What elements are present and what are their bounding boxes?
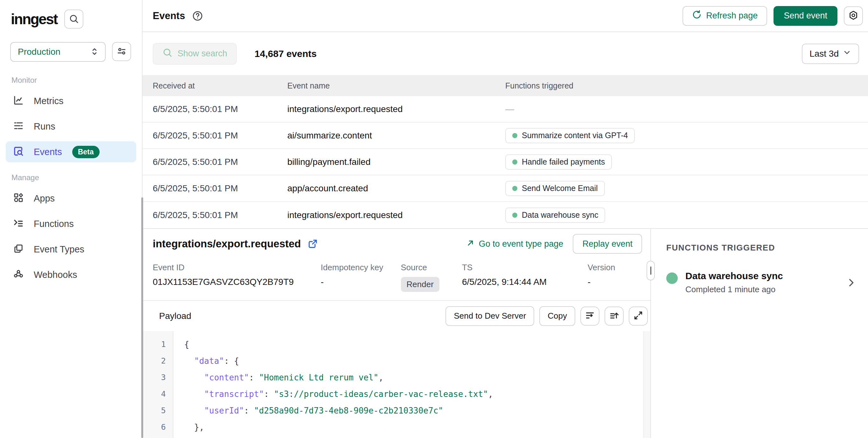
table-row[interactable]: 6/5/2025, 5:50:01 PMintegrations/export.… (143, 96, 868, 122)
payload-code-editor[interactable]: 1234567 { "data": { "content": "Homenick… (143, 331, 650, 438)
meta-event-id: Event ID01JX1153E7GASVZC63QY2B79T9 (153, 263, 321, 292)
app-root: inngest Production MonitorMetricsRunsEve… (0, 0, 868, 438)
line-number: 7 (143, 435, 173, 438)
nav-section-label: Manage (6, 173, 136, 182)
code-scrollbar[interactable] (643, 331, 650, 438)
table-row[interactable]: 6/5/2025, 5:50:01 PMintegrations/export.… (143, 202, 868, 228)
inngest-logo: inngest (11, 10, 57, 28)
function-badge[interactable]: Data warehouse sync (505, 208, 605, 223)
environment-settings-button[interactable] (112, 42, 131, 61)
event-detail-split: integrations/export.requested Go to even… (143, 228, 868, 438)
table-row[interactable]: 6/5/2025, 5:50:01 PMbilling/payment.fail… (143, 149, 868, 175)
function-badge-label: Data warehouse sync (522, 210, 598, 220)
send-event-button[interactable]: Send event (774, 6, 837, 26)
word-wrap-button[interactable] (580, 306, 599, 326)
environment-selector[interactable]: Production (10, 42, 106, 62)
sidebar-item-webhooks[interactable]: Webhooks (6, 264, 136, 285)
code-token: }, (194, 422, 204, 432)
function-badge-label: Handle failed payments (522, 157, 605, 167)
sidebar-item-functions[interactable]: Functions (6, 213, 136, 234)
go-to-event-type-label: Go to event type page (479, 239, 563, 249)
copy-payload-button[interactable]: Copy (539, 306, 575, 326)
column-header-event-name: Event name (287, 81, 505, 90)
send-to-dev-server-button[interactable]: Send to Dev Server (445, 306, 534, 326)
expand-payload-button[interactable] (629, 306, 648, 326)
refresh-page-button[interactable]: Refresh page (682, 6, 767, 26)
code-line: "id": "01JX1153E7GASVZC63QY2B79T9", (184, 435, 643, 438)
cell-event-name: integrations/export.requested (287, 104, 505, 114)
sidebar-item-label: Event Types (34, 244, 84, 255)
functions-triggered-title: FUNCTIONS TRIGGERED (666, 243, 857, 253)
events-toolbar: Show search 14,687 events Last 3d (143, 32, 868, 75)
function-badge-label: Summarize content via GPT-4 (522, 131, 628, 140)
meta-value: - (321, 277, 401, 287)
time-range-dropdown[interactable]: Last 3d (802, 43, 859, 64)
code-token: : (249, 373, 259, 382)
code-content: { "data": { "content": "Homenick Ltd rer… (174, 331, 643, 438)
metrics-chart-icon (13, 94, 24, 107)
function-badge[interactable]: Handle failed payments (505, 154, 612, 170)
function-card-texts: Data warehouse syncCompleted 1 minute ag… (685, 270, 783, 294)
meta-label: TS (462, 263, 588, 272)
panel-resize-handle[interactable] (647, 261, 655, 281)
cell-received-at: 6/5/2025, 5:50:01 PM (143, 183, 287, 194)
function-badge[interactable]: Send Welcome Email (505, 181, 605, 196)
page-header: Events Refresh page Send event (143, 0, 868, 32)
expand-icon (633, 310, 643, 321)
meta-idempotency-key: Idempotency key- (321, 263, 401, 292)
global-search-button[interactable] (64, 9, 83, 29)
event-types-icon (13, 243, 24, 256)
functions-icon (13, 217, 24, 230)
time-range-label: Last 3d (809, 49, 839, 59)
code-token: "s3://product-ideas/carber-vac-release.t… (274, 389, 488, 399)
code-line: { (184, 336, 643, 353)
sidebar-item-label: Webhooks (34, 270, 77, 280)
help-icon[interactable] (192, 10, 203, 21)
code-line: }, (184, 419, 643, 435)
sidebar-item-apps[interactable]: Apps (6, 188, 136, 209)
events-table-header: Received at Event name Functions trigger… (143, 75, 868, 96)
cell-event-name: app/account.created (287, 183, 505, 194)
meta-value: 01JX1153E7GASVZC63QY2B79T9 (153, 277, 321, 287)
external-link-icon[interactable] (307, 238, 318, 249)
line-number: 3 (143, 369, 173, 386)
code-token: , (379, 373, 384, 382)
functions-triggered-panel: FUNCTIONS TRIGGERED Data warehouse syncC… (651, 229, 868, 438)
sidebar-item-event-types[interactable]: Event Types (6, 239, 136, 260)
runs-list-icon (13, 120, 24, 133)
sidebar-item-runs[interactable]: Runs (6, 116, 136, 137)
event-detail-title: integrations/export.requested (153, 238, 301, 250)
search-icon (162, 48, 173, 60)
meta-value: 6/5/2025, 9:14:44 AM (462, 277, 588, 287)
sidebar-item-metrics[interactable]: Metrics (6, 90, 136, 111)
replay-event-button[interactable]: Replay event (573, 234, 642, 254)
table-row[interactable]: 6/5/2025, 5:50:01 PMai/summarize.content… (143, 122, 868, 149)
event-meta-row: Event ID01JX1153E7GASVZC63QY2B79T9Idempo… (143, 256, 650, 292)
settings-button[interactable] (844, 6, 863, 26)
triggered-function-card[interactable]: Data warehouse syncCompleted 1 minute ag… (666, 270, 857, 295)
gear-icon (848, 10, 859, 21)
refresh-icon (692, 10, 702, 22)
table-row[interactable]: 6/5/2025, 5:50:01 PMapp/account.createdS… (143, 175, 868, 202)
events-list-scrollbar-thumb[interactable] (141, 197, 143, 438)
sidebar-nav: MonitorMetricsRunsEventsBetaManageAppsFu… (6, 76, 136, 285)
code-token: "userId" (204, 406, 244, 415)
function-badge[interactable]: Summarize content via GPT-4 (505, 128, 635, 143)
cell-functions-triggered: Handle failed payments (505, 154, 868, 170)
function-status: Completed 1 minute ago (685, 285, 783, 294)
cell-event-name: integrations/export.requested (287, 210, 505, 220)
status-dot-icon (512, 186, 517, 191)
code-token: "data" (194, 356, 224, 366)
code-token: : (244, 406, 254, 415)
show-search-button[interactable]: Show search (153, 43, 237, 65)
chevron-up-down-icon (90, 47, 99, 57)
code-token: "transcript" (204, 389, 264, 399)
cell-functions-triggered: Data warehouse sync (505, 208, 868, 223)
sidebar-item-events[interactable]: EventsBeta (6, 141, 136, 162)
code-token: "content" (204, 373, 249, 382)
cell-received-at: 6/5/2025, 5:50:01 PM (143, 130, 287, 141)
arrow-up-right-icon (466, 238, 475, 250)
go-to-event-type-link[interactable]: Go to event type page (466, 238, 563, 250)
shrink-payload-button[interactable] (604, 306, 624, 326)
cell-received-at: 6/5/2025, 5:50:01 PM (143, 157, 287, 167)
